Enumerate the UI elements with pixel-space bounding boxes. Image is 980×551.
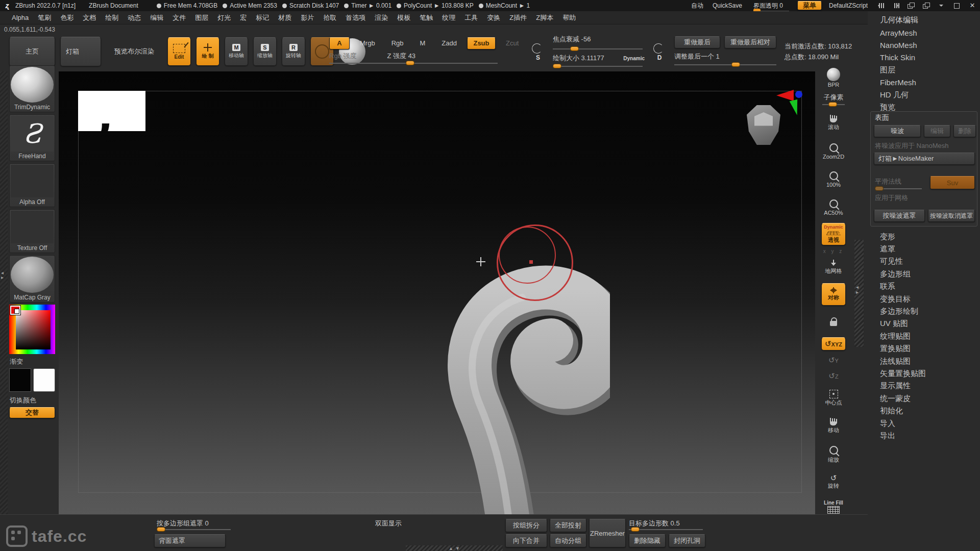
- menu-item[interactable]: 动态: [123, 13, 145, 22]
- zscript-label[interactable]: DefaultZScript: [829, 2, 868, 9]
- mask-by-polygroup-track[interactable]: [157, 526, 231, 533]
- actual-size-button[interactable]: 100%: [821, 167, 846, 191]
- zadd-button[interactable]: Zadd: [435, 37, 463, 49]
- adjust-last-track[interactable]: [674, 63, 776, 67]
- secondary-color-swatch[interactable]: [33, 368, 55, 392]
- set-pivot-button[interactable]: 中心点: [821, 386, 846, 410]
- palette-section[interactable]: UV 贴图: [868, 318, 980, 330]
- store-window-icon[interactable]: [907, 3, 915, 9]
- mask-by-noise-button[interactable]: 按噪波遮罩: [874, 210, 925, 222]
- zoom2d-button[interactable]: Zoom2D: [821, 139, 846, 163]
- menu-item[interactable]: Z插件: [505, 13, 531, 22]
- target-poly-track[interactable]: [629, 526, 703, 533]
- zremesher-button[interactable]: ZRemesher: [589, 519, 626, 547]
- main-color-swatch[interactable]: [9, 368, 31, 392]
- palette-section[interactable]: 矢量置换贴图: [868, 367, 980, 380]
- switch-color-label[interactable]: 切换颜色: [10, 396, 36, 405]
- noise-button[interactable]: 噪波: [874, 125, 921, 137]
- palette-section[interactable]: 初始化: [868, 405, 980, 417]
- stroke-curve-button[interactable]: S: [528, 40, 548, 63]
- split-by-group-button[interactable]: 按组拆分: [505, 519, 547, 532]
- unmask-by-noise-button[interactable]: 按噪波取消遮罩: [928, 210, 975, 222]
- scroll-button[interactable]: 滚动: [821, 111, 846, 135]
- home-button[interactable]: 主页: [9, 37, 55, 66]
- palette-section[interactable]: 法线贴图: [868, 355, 980, 367]
- redo-last-relative-button[interactable]: 重做最后相对: [724, 36, 776, 48]
- draw-button[interactable]: 绘 制: [196, 37, 219, 66]
- menu-item[interactable]: 影片: [296, 13, 318, 22]
- focal-shift-knob[interactable]: [570, 46, 579, 51]
- merge-down-button[interactable]: 向下合并: [505, 534, 547, 547]
- surface-header[interactable]: 表面: [875, 113, 889, 122]
- palette-section[interactable]: 导入: [868, 417, 980, 430]
- zcut-button[interactable]: Zcut: [500, 37, 525, 49]
- local-symmetry-button[interactable]: [821, 309, 846, 334]
- rotate-button[interactable]: ↺ 旋转: [821, 470, 846, 494]
- z-intensity-knob[interactable]: [406, 61, 414, 65]
- palette-section[interactable]: 多边形绘制: [868, 305, 980, 317]
- minimize-icon[interactable]: [938, 3, 946, 9]
- collapse-left-icon[interactable]: [876, 3, 885, 9]
- scale-button[interactable]: 缩放: [821, 442, 846, 466]
- noise-delete-button[interactable]: 删除: [953, 125, 976, 137]
- palette-title[interactable]: 几何体编辑: [880, 15, 918, 25]
- mask-by-polygroup-knob[interactable]: [157, 527, 165, 532]
- draw-size-slider[interactable]: 绘制大小 3.11177: [553, 54, 604, 63]
- restore-window-icon[interactable]: [922, 3, 930, 9]
- menu-item[interactable]: 工具: [460, 13, 482, 22]
- scroll-down-icon[interactable]: ▼: [455, 546, 460, 551]
- perspective-button[interactable]: Dynamic 透视: [821, 223, 846, 245]
- rgb-button[interactable]: Rgb: [385, 37, 410, 49]
- bottom-scrollbar[interactable]: ▲▼: [406, 545, 503, 551]
- menu-item[interactable]: 首选项: [341, 13, 370, 22]
- draw-size-knob[interactable]: [553, 64, 561, 68]
- menu-item[interactable]: 材质: [274, 13, 296, 22]
- ui-opacity-slider[interactable]: 界面透明 0: [753, 2, 783, 10]
- focal-shift-slider[interactable]: 焦点衰减 -56: [553, 35, 645, 44]
- menu-item[interactable]: 图层: [190, 13, 213, 22]
- menu-item[interactable]: 灯光: [213, 13, 235, 22]
- palette-section[interactable]: 联系: [868, 281, 980, 293]
- edit-button[interactable]: Edit: [167, 37, 191, 66]
- floor-axes-toggle[interactable]: x y z: [823, 248, 844, 254]
- saturation-square[interactable]: [16, 310, 51, 349]
- adjust-last-knob[interactable]: [731, 62, 740, 67]
- delete-hidden-button[interactable]: 删除隐藏: [629, 534, 666, 547]
- palette-section[interactable]: 可见性: [868, 256, 980, 268]
- palette-section[interactable]: Thick Skin: [868, 52, 980, 64]
- palette-section[interactable]: HD 几何: [868, 89, 980, 101]
- stroke-selector[interactable]: Ƨ FreeHand: [9, 114, 55, 161]
- z-intensity-track[interactable]: [329, 60, 498, 66]
- subpixel-knob[interactable]: [828, 102, 837, 107]
- menu-item[interactable]: 渲染: [370, 13, 393, 22]
- menu-item[interactable]: 帮助: [558, 13, 580, 22]
- menu-item[interactable]: 文件: [168, 13, 190, 22]
- move-button[interactable]: 移动: [821, 414, 846, 438]
- mrgb-button[interactable]: Mrgb: [354, 37, 381, 49]
- smooth-normals-track[interactable]: [875, 185, 922, 192]
- double-sided-toggle[interactable]: 双面显示: [375, 519, 402, 528]
- rotate-on-y-button[interactable]: ↺Y: [821, 354, 846, 366]
- target-poly-knob[interactable]: [631, 527, 640, 532]
- stroke-d-button[interactable]: D: [650, 40, 669, 63]
- redo-last-button[interactable]: 重做最后: [674, 36, 720, 48]
- menu-item[interactable]: 文档: [78, 13, 101, 22]
- move-gyro-button[interactable]: M 移动轴: [225, 37, 248, 66]
- project-all-button[interactable]: 全部投射: [550, 519, 586, 532]
- palette-section[interactable]: 置换贴图: [868, 343, 980, 355]
- floor-grid-button[interactable]: 地网格: [821, 255, 846, 280]
- gradient-label[interactable]: 渐变: [10, 357, 23, 366]
- rotate-on-xyz-button[interactable]: ↺XYZ: [821, 337, 846, 350]
- palette-section[interactable]: ArrayMesh: [868, 27, 980, 39]
- menu-item[interactable]: Alpha: [7, 14, 33, 21]
- menu-item[interactable]: 绘制: [101, 13, 123, 22]
- subpixel-slider[interactable]: 子像素: [822, 93, 845, 107]
- menu-item[interactable]: 拾取: [318, 13, 341, 22]
- smooth-normals-knob[interactable]: [875, 186, 884, 191]
- zsub-button[interactable]: Zsub: [467, 37, 496, 49]
- rotate-gyro-button[interactable]: R 旋转轴: [282, 37, 305, 66]
- palette-section[interactable]: 统一蒙皮: [868, 392, 980, 405]
- menu-item[interactable]: 模板: [393, 13, 415, 22]
- m-button[interactable]: M: [413, 37, 431, 49]
- noise-edit-button[interactable]: 编辑: [924, 125, 950, 137]
